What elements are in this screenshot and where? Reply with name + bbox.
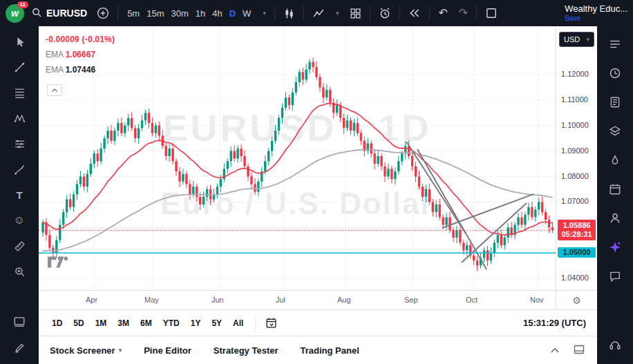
top-toolbar: w 11 EURUSD 5m15m30m1h4hDW ▾ ▾ (0, 0, 633, 26)
indicators-icon[interactable] (310, 4, 328, 22)
bar-replay-icon[interactable] (406, 4, 424, 22)
ema-fast-label: EMA (46, 50, 63, 59)
range-all[interactable]: All (228, 316, 248, 331)
price-axis[interactable]: USD ▾ 1.120001.110001.100001.090001.0800… (556, 26, 597, 290)
undo-icon[interactable]: ↶ (435, 5, 450, 21)
range-5y[interactable]: 5Y (207, 316, 227, 331)
ema-fast-row[interactable]: EMA 1.06667 (46, 50, 115, 59)
chat-icon[interactable] (605, 268, 625, 285)
alerts-clock-icon[interactable] (605, 65, 625, 82)
time-axis-label: Jul (276, 296, 285, 304)
ai-sparkle-icon[interactable] (605, 239, 625, 256)
journal-icon[interactable] (605, 94, 625, 111)
range-6m[interactable]: 6M (135, 316, 157, 331)
prediction-tool-icon[interactable] (10, 135, 29, 152)
help-headset-icon[interactable] (605, 336, 625, 353)
zoom-tool-icon[interactable] (10, 263, 29, 280)
divider (255, 317, 256, 329)
candles (41, 57, 554, 271)
tab-strategy-tester[interactable]: Strategy Tester (214, 343, 278, 358)
text-tool-icon[interactable]: T (10, 186, 29, 203)
emoji-tool-icon[interactable]: ☺ (10, 212, 29, 229)
bottom-tabs: Stock Screener▾Pine EditorStrategy Teste… (50, 343, 359, 358)
chart-settings-gear-icon[interactable]: ⚙ (556, 291, 597, 309)
timeframe-W[interactable]: W (239, 6, 254, 21)
chart-style-icon[interactable] (281, 5, 298, 22)
chart-and-axis: EURUSD · 1D Euro / U.S. Dollar -0.00009 … (39, 26, 597, 290)
object-tree-icon[interactable] (10, 314, 29, 330)
timeframe-15m[interactable]: 15m (143, 6, 167, 21)
range-1m[interactable]: 1M (91, 316, 112, 331)
range-ytd[interactable]: YTD (158, 316, 185, 331)
symbol-label: EURUSD (46, 8, 87, 19)
bar-countdown: 05:28:31 (558, 230, 596, 239)
ideas-person-icon[interactable] (605, 210, 625, 227)
tab-label: Strategy Tester (214, 345, 278, 356)
edit-pencil-icon[interactable] (10, 339, 29, 356)
chevron-down-icon: ▾ (586, 36, 589, 43)
ema-slow-label: EMA (46, 65, 63, 75)
trend-line-tool-icon[interactable] (10, 59, 29, 75)
timeframe-5m[interactable]: 5m (124, 6, 143, 21)
price-axis-label: 1.11000 (561, 95, 588, 104)
hotlists-flame-icon[interactable] (605, 152, 625, 169)
interval-menu-chevron[interactable]: ▾ (260, 7, 269, 19)
layout-grid-icon[interactable] (347, 5, 364, 22)
divider (117, 6, 118, 21)
tab-label: Stock Screener (50, 345, 115, 356)
tab-label: Pine Editor (144, 345, 191, 356)
range-1y[interactable]: 1Y (186, 316, 206, 331)
clock[interactable]: 15:31:29 (UTC) (523, 318, 589, 328)
timeframe-1h[interactable]: 1h (192, 6, 209, 21)
timeframe-4h[interactable]: 4h (209, 6, 225, 21)
measure-tool-icon[interactable] (10, 238, 29, 254)
time-axis-label: May (144, 296, 159, 304)
hline-price-badge: 1.05000 (558, 247, 596, 258)
cursor-tool-icon[interactable] (10, 33, 29, 50)
drawing-toolbar: T ☺ (0, 26, 39, 364)
go-to-date-icon[interactable] (263, 314, 280, 332)
tab-trading-panel[interactable]: Trading Panel (301, 343, 359, 358)
alert-icon[interactable] (376, 4, 394, 22)
xabcd-pattern-tool-icon[interactable] (10, 110, 29, 126)
time-axis-label: Jun (211, 296, 224, 304)
range-toolbar: 1D5D1M3M6MYTD1Y5YAll 15:31:29 (UTC) (39, 309, 597, 336)
fib-retracement-tool-icon[interactable] (10, 84, 29, 101)
horizontal-lines[interactable] (39, 230, 556, 253)
watchlist-icon[interactable] (605, 36, 625, 52)
divider (476, 6, 477, 21)
layout-account-block[interactable]: Wealthy Educ... Save (565, 4, 627, 22)
panel-layout-icon[interactable] (572, 343, 586, 358)
calendar-icon[interactable] (605, 181, 625, 198)
price-axis-label: 1.04000 (561, 274, 589, 282)
main-area: T ☺ EURUSD · 1D Euro / U.S. Dollar (0, 26, 633, 364)
time-axis[interactable]: AprMayJunJulAugSepOctNov ⚙ (39, 290, 597, 309)
chart-canvas[interactable]: EURUSD · 1D Euro / U.S. Dollar -0.00009 … (39, 26, 556, 290)
redo-icon[interactable]: ↷ (456, 5, 471, 21)
tab-stock-screener[interactable]: Stock Screener▾ (50, 343, 122, 358)
timeframe-30m[interactable]: 30m (167, 6, 191, 21)
ema-slow-row[interactable]: EMA 1.07446 (46, 65, 115, 75)
data-layers-icon[interactable] (605, 123, 625, 140)
tradingview-app: w 11 EURUSD 5m15m30m1h4hDW ▾ ▾ (0, 0, 633, 364)
currency-label: USD (564, 35, 580, 44)
range-5d[interactable]: 5D (68, 316, 88, 331)
tab-pine-editor[interactable]: Pine Editor (144, 343, 191, 358)
timeframe-D[interactable]: D (226, 6, 239, 21)
select-layout-icon[interactable] (482, 4, 500, 22)
save-button[interactable]: Save (565, 15, 580, 23)
symbol-search-button[interactable]: EURUSD (30, 4, 88, 23)
hline-price: 1.05000 (558, 248, 596, 257)
range-1d[interactable]: 1D (47, 316, 67, 331)
user-avatar[interactable]: w 11 (6, 4, 24, 23)
last-price: 1.05886 (558, 221, 596, 230)
currency-toggle[interactable]: USD ▾ (559, 32, 594, 47)
expand-panel-chevron-icon[interactable] (549, 344, 561, 357)
collapse-legend-button[interactable] (47, 84, 62, 96)
range-3m[interactable]: 3M (113, 316, 134, 331)
brush-tool-icon[interactable] (10, 161, 29, 178)
tradingview-logo[interactable] (47, 256, 69, 272)
indicators-chevron[interactable]: ▾ (333, 7, 342, 19)
compare-add-symbol-button[interactable] (94, 4, 112, 22)
time-axis-label: Aug (337, 296, 351, 304)
